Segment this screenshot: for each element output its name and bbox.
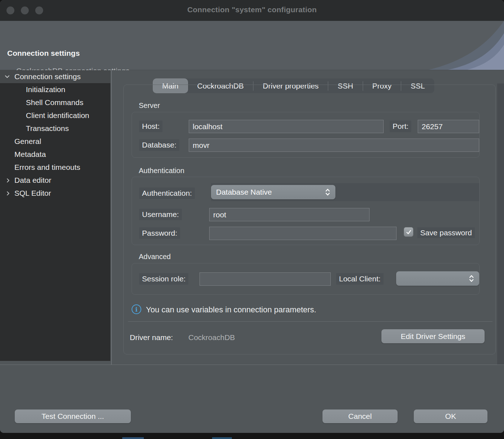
host-input[interactable] [189, 120, 384, 133]
settings-main-area: Main CockroachDB Driver properties SSH P… [112, 70, 504, 365]
authentication-method-label: Authentication: [139, 187, 195, 199]
port-label: Port: [390, 121, 411, 132]
sidebar-item-label: Transactions [26, 124, 69, 132]
sidebar-item-label: Shell Commands [26, 98, 83, 107]
cancel-button[interactable]: Cancel [322, 409, 398, 423]
save-password-checkbox[interactable] [404, 227, 413, 237]
username-label: Username: [139, 209, 182, 220]
edit-driver-settings-button[interactable]: Edit Driver Settings [381, 329, 485, 343]
sidebar-item-data-editor[interactable]: Data editor [0, 174, 110, 187]
background-window-sliver [212, 437, 232, 439]
window-title: Connection "system" configuration [0, 5, 504, 14]
authentication-group: Authentication: Database Native Username… [132, 177, 480, 245]
host-label: Host: [139, 121, 162, 132]
sidebar-item-label: Connection settings [14, 72, 81, 81]
test-connection-button[interactable]: Test Connection ... [15, 409, 131, 423]
driver-name-label: Driver name: [130, 333, 173, 342]
advanced-group-legend: Advanced [139, 253, 171, 261]
sidebar-item-label: Errors and timeouts [14, 163, 80, 171]
settings-tree: Connection settings Initialization Shell… [0, 70, 110, 361]
background-window-sliver [122, 437, 144, 439]
driver-name-value: CockroachDB [188, 333, 235, 342]
page-title: Connection settings [7, 49, 80, 58]
server-group: Host: Port: Database: [132, 112, 480, 158]
main-tab-content: Server Host: Port: Database: Authenticat… [123, 85, 496, 354]
sidebar-item-label: Client identification [26, 111, 89, 119]
session-role-label: Session role: [139, 273, 188, 285]
variables-hint-text: You can use variables in connection para… [146, 305, 316, 314]
sidebar-item-connection-settings[interactable]: Connection settings [0, 70, 110, 83]
username-input[interactable] [209, 208, 370, 221]
sidebar-item-label: General [14, 137, 41, 145]
chevron-right-icon[interactable] [4, 187, 12, 200]
titlebar: Connection "system" configuration [0, 0, 504, 21]
password-input[interactable] [209, 227, 397, 240]
selected-option-label: Database Native [216, 188, 325, 196]
check-icon [406, 229, 412, 235]
sidebar-item-client-identification[interactable]: Client identification [0, 109, 110, 122]
sidebar-item-label: Initialization [26, 85, 65, 94]
authentication-method-select[interactable]: Database Native [211, 185, 335, 199]
server-group-legend: Server [139, 101, 160, 110]
connection-configuration-dialog: Connection "system" configuration Connec… [0, 0, 504, 433]
database-input[interactable] [189, 139, 479, 152]
dialog-body: Connection settings Initialization Shell… [0, 70, 504, 365]
advanced-group: Session role: Local Client: [132, 263, 480, 295]
info-icon: i [132, 304, 141, 314]
ok-button[interactable]: OK [414, 409, 487, 423]
scrollbar-track[interactable] [497, 83, 504, 365]
chevron-down-icon[interactable] [3, 70, 12, 83]
sidebar-item-shell-commands[interactable]: Shell Commands [0, 96, 110, 109]
wizard-header: Connection settings CockroachDB connecti… [0, 21, 504, 70]
local-client-label: Local Client: [336, 273, 384, 285]
driver-separator [128, 321, 492, 322]
authentication-group-legend: Authentication [139, 167, 184, 175]
settings-sidebar: Connection settings Initialization Shell… [0, 70, 111, 365]
sidebar-item-metadata[interactable]: Metadata [0, 148, 110, 161]
local-client-select[interactable] [396, 271, 479, 286]
sidebar-item-errors-and-timeouts[interactable]: Errors and timeouts [0, 161, 110, 174]
sidebar-item-sql-editor[interactable]: SQL Editor [0, 187, 110, 200]
sidebar-item-general[interactable]: General [0, 135, 110, 148]
password-label: Password: [139, 227, 180, 239]
chevron-right-icon[interactable] [4, 174, 12, 187]
sidebar-item-transactions[interactable]: Transactions [0, 122, 110, 135]
sidebar-item-label: SQL Editor [14, 189, 51, 197]
dialog-button-bar: Test Connection ... Cancel OK [0, 365, 504, 433]
chevron-up-down-icon [469, 274, 474, 283]
header-banner-graphic [411, 21, 504, 70]
database-label: Database: [139, 139, 179, 151]
chevron-up-down-icon [325, 188, 330, 196]
sidebar-item-initialization[interactable]: Initialization [0, 83, 110, 96]
session-role-input[interactable] [200, 272, 331, 286]
sidebar-item-label: Data editor [14, 176, 51, 184]
port-input[interactable] [418, 120, 479, 133]
sidebar-item-label: Metadata [14, 150, 46, 158]
save-password-label: Save password [417, 227, 475, 238]
